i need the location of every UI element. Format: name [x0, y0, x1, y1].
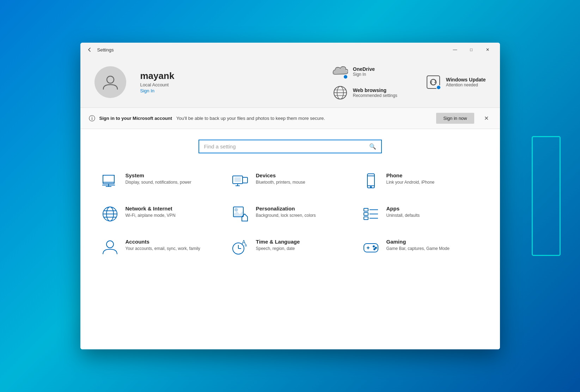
- notification-banner: ⓘ Sign in to your Microsoft account You'…: [80, 108, 500, 129]
- windows-update-section: Windows Update Attention needed: [426, 74, 486, 90]
- system-desc: Display, sound, notifications, power: [126, 179, 191, 185]
- sign-in-now-button[interactable]: Sign in now: [436, 113, 474, 124]
- windows-update-badge: [436, 85, 441, 90]
- account-type: Local Account: [140, 82, 175, 87]
- devices-desc: Bluetooth, printers, mouse: [256, 179, 305, 185]
- web-browsing-link[interactable]: Web browsing Recommended settings: [332, 85, 397, 100]
- search-button[interactable]: 🔍: [369, 143, 376, 150]
- svg-text:a: a: [245, 243, 247, 247]
- personalization-name: Personalization: [256, 206, 316, 212]
- setting-accounts[interactable]: Accounts Your accounts, email, sync, wor…: [94, 232, 225, 262]
- phone-name: Phone: [386, 172, 435, 178]
- apps-name: Apps: [386, 206, 420, 212]
- profile-name: mayank: [140, 71, 175, 81]
- windows-update-sub: Attention needed: [446, 82, 486, 87]
- avatar: [94, 66, 126, 98]
- notification-close-button[interactable]: ✕: [481, 114, 492, 123]
- svg-point-44: [375, 247, 377, 249]
- search-input[interactable]: [204, 143, 366, 149]
- accounts-icon: [102, 239, 118, 256]
- onedrive-badge: [343, 74, 348, 79]
- svg-rect-30: [364, 217, 368, 220]
- time-language-desc: Speech, region, date: [256, 246, 300, 252]
- search-box: 🔍: [199, 140, 382, 153]
- profile-info: mayank Local Account Sign In: [140, 71, 175, 94]
- network-icon: [102, 206, 118, 222]
- windows-update-link[interactable]: Windows Update Attention needed: [426, 74, 486, 90]
- notif-text: You'll be able to back up your files and…: [176, 116, 325, 121]
- system-icon: [102, 172, 118, 189]
- svg-point-20: [370, 186, 371, 188]
- notif-bold-text: Sign in to your Microsoft account: [99, 116, 172, 121]
- svg-rect-16: [235, 178, 240, 182]
- web-browsing-name: Web browsing: [353, 87, 397, 93]
- phone-icon: [362, 172, 379, 189]
- personalization-desc: Background, lock screen, colors: [256, 213, 316, 219]
- onedrive-name: OneDrive: [353, 66, 375, 72]
- settings-grid: System Display, sound, notifications, po…: [94, 166, 486, 262]
- gaming-icon: [362, 239, 379, 256]
- settings-window: Settings — □ ✕ mayank Local Account Sign…: [80, 43, 500, 349]
- time-language-icon: A a: [232, 239, 249, 256]
- gaming-desc: Game Bar, captures, Game Mode: [386, 246, 450, 252]
- devices-icon: [232, 172, 249, 189]
- svg-rect-29: [364, 213, 368, 215]
- network-desc: Wi-Fi, airplane mode, VPN: [126, 213, 176, 219]
- setting-apps[interactable]: Apps Uninstall, defaults: [355, 199, 486, 229]
- setting-phone[interactable]: Phone Link your Android, iPhone: [355, 166, 486, 196]
- search-container: 🔍: [94, 140, 486, 153]
- profile-links-left: OneDrive Sign In Web browsing: [332, 64, 397, 100]
- accounts-name: Accounts: [126, 239, 200, 245]
- window-title: Settings: [97, 47, 447, 53]
- info-icon: ⓘ: [89, 114, 95, 123]
- apps-desc: Uninstall, defaults: [386, 213, 420, 219]
- svg-point-43: [373, 246, 374, 247]
- globe-svg: [332, 85, 348, 100]
- profile-banner: mayank Local Account Sign In OneDrive S: [80, 57, 500, 108]
- maximize-button[interactable]: □: [463, 44, 480, 55]
- svg-point-45: [374, 249, 375, 250]
- setting-time-language[interactable]: A a Time & Language Speech, region, date: [225, 232, 355, 262]
- network-name: Network & Internet: [126, 206, 176, 212]
- gaming-name: Gaming: [386, 239, 450, 245]
- main-content: 🔍 System: [80, 129, 500, 349]
- window-controls: — □ ✕: [447, 44, 496, 55]
- user-icon: [102, 73, 119, 91]
- onedrive-link[interactable]: OneDrive Sign In: [332, 64, 397, 79]
- svg-point-34: [106, 241, 114, 248]
- svg-point-0: [107, 76, 114, 83]
- devices-name: Devices: [256, 172, 305, 178]
- setting-gaming[interactable]: Gaming Game Bar, captures, Game Mode: [355, 232, 486, 262]
- onedrive-sub: Sign In: [353, 72, 375, 77]
- setting-personalization[interactable]: Personalization Background, lock screen,…: [225, 199, 355, 229]
- title-bar: Settings — □ ✕: [80, 43, 500, 57]
- back-button[interactable]: [85, 45, 94, 55]
- web-browsing-icon: [332, 85, 348, 100]
- onedrive-icon: [332, 64, 348, 79]
- setting-network[interactable]: Network & Internet Wi-Fi, airplane mode,…: [94, 199, 225, 229]
- web-browsing-sub: Recommended settings: [353, 93, 397, 98]
- personalization-icon: [232, 206, 249, 222]
- system-name: System: [126, 172, 191, 178]
- windows-update-name: Windows Update: [446, 77, 486, 82]
- phone-desc: Link your Android, iPhone: [386, 179, 435, 185]
- svg-rect-28: [364, 208, 368, 211]
- close-button[interactable]: ✕: [480, 44, 496, 55]
- minimize-button[interactable]: —: [447, 44, 463, 55]
- svg-rect-13: [243, 177, 248, 183]
- profile-signin-link[interactable]: Sign In: [140, 88, 154, 93]
- svg-point-27: [235, 208, 238, 211]
- windows-update-icon: [426, 74, 441, 90]
- setting-devices[interactable]: Devices Bluetooth, printers, mouse: [225, 166, 355, 196]
- setting-system[interactable]: System Display, sound, notifications, po…: [94, 166, 225, 196]
- accounts-desc: Your accounts, email, sync, work, family: [126, 246, 200, 252]
- apps-icon: [362, 206, 379, 222]
- time-language-name: Time & Language: [256, 239, 300, 245]
